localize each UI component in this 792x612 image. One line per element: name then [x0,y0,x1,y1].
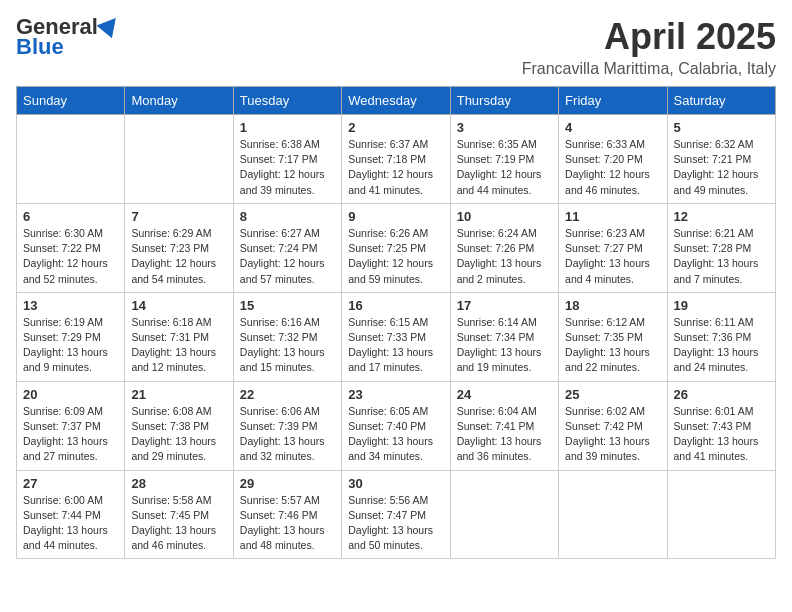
logo: General Blue [16,16,120,60]
day-detail: Sunrise: 6:24 AMSunset: 7:26 PMDaylight:… [457,226,552,287]
day-number: 30 [348,476,443,491]
calendar-cell: 29Sunrise: 5:57 AMSunset: 7:46 PMDayligh… [233,470,341,559]
calendar-cell: 22Sunrise: 6:06 AMSunset: 7:39 PMDayligh… [233,381,341,470]
day-detail: Sunrise: 6:00 AMSunset: 7:44 PMDaylight:… [23,493,118,554]
column-header-monday: Monday [125,87,233,115]
day-number: 16 [348,298,443,313]
day-detail: Sunrise: 6:30 AMSunset: 7:22 PMDaylight:… [23,226,118,287]
day-detail: Sunrise: 6:12 AMSunset: 7:35 PMDaylight:… [565,315,660,376]
calendar-table: SundayMondayTuesdayWednesdayThursdayFrid… [16,86,776,559]
day-detail: Sunrise: 5:58 AMSunset: 7:45 PMDaylight:… [131,493,226,554]
day-number: 4 [565,120,660,135]
calendar-cell: 15Sunrise: 6:16 AMSunset: 7:32 PMDayligh… [233,292,341,381]
title-block: April 2025 Francavilla Marittima, Calabr… [522,16,776,78]
day-number: 20 [23,387,118,402]
calendar-cell: 21Sunrise: 6:08 AMSunset: 7:38 PMDayligh… [125,381,233,470]
day-detail: Sunrise: 6:32 AMSunset: 7:21 PMDaylight:… [674,137,769,198]
day-detail: Sunrise: 5:56 AMSunset: 7:47 PMDaylight:… [348,493,443,554]
day-detail: Sunrise: 6:01 AMSunset: 7:43 PMDaylight:… [674,404,769,465]
day-detail: Sunrise: 6:16 AMSunset: 7:32 PMDaylight:… [240,315,335,376]
day-number: 22 [240,387,335,402]
calendar-cell: 12Sunrise: 6:21 AMSunset: 7:28 PMDayligh… [667,203,775,292]
day-number: 14 [131,298,226,313]
calendar-cell: 24Sunrise: 6:04 AMSunset: 7:41 PMDayligh… [450,381,558,470]
day-detail: Sunrise: 6:18 AMSunset: 7:31 PMDaylight:… [131,315,226,376]
calendar-cell: 11Sunrise: 6:23 AMSunset: 7:27 PMDayligh… [559,203,667,292]
column-header-wednesday: Wednesday [342,87,450,115]
day-detail: Sunrise: 6:19 AMSunset: 7:29 PMDaylight:… [23,315,118,376]
logo-icon [96,12,123,39]
column-header-saturday: Saturday [667,87,775,115]
day-number: 1 [240,120,335,135]
location-title: Francavilla Marittima, Calabria, Italy [522,60,776,78]
day-number: 7 [131,209,226,224]
day-number: 28 [131,476,226,491]
day-number: 9 [348,209,443,224]
calendar-cell: 10Sunrise: 6:24 AMSunset: 7:26 PMDayligh… [450,203,558,292]
calendar-cell: 2Sunrise: 6:37 AMSunset: 7:18 PMDaylight… [342,115,450,204]
week-row-3: 13Sunrise: 6:19 AMSunset: 7:29 PMDayligh… [17,292,776,381]
calendar-cell: 1Sunrise: 6:38 AMSunset: 7:17 PMDaylight… [233,115,341,204]
calendar-cell: 14Sunrise: 6:18 AMSunset: 7:31 PMDayligh… [125,292,233,381]
calendar-cell: 4Sunrise: 6:33 AMSunset: 7:20 PMDaylight… [559,115,667,204]
column-header-friday: Friday [559,87,667,115]
day-number: 23 [348,387,443,402]
calendar-cell: 19Sunrise: 6:11 AMSunset: 7:36 PMDayligh… [667,292,775,381]
day-number: 13 [23,298,118,313]
month-title: April 2025 [522,16,776,58]
day-detail: Sunrise: 6:38 AMSunset: 7:17 PMDaylight:… [240,137,335,198]
week-row-1: 1Sunrise: 6:38 AMSunset: 7:17 PMDaylight… [17,115,776,204]
day-number: 24 [457,387,552,402]
calendar-header-row: SundayMondayTuesdayWednesdayThursdayFrid… [17,87,776,115]
week-row-2: 6Sunrise: 6:30 AMSunset: 7:22 PMDaylight… [17,203,776,292]
calendar-cell: 30Sunrise: 5:56 AMSunset: 7:47 PMDayligh… [342,470,450,559]
week-row-5: 27Sunrise: 6:00 AMSunset: 7:44 PMDayligh… [17,470,776,559]
day-detail: Sunrise: 6:08 AMSunset: 7:38 PMDaylight:… [131,404,226,465]
calendar-cell: 20Sunrise: 6:09 AMSunset: 7:37 PMDayligh… [17,381,125,470]
day-number: 25 [565,387,660,402]
day-number: 12 [674,209,769,224]
column-header-sunday: Sunday [17,87,125,115]
calendar-cell: 26Sunrise: 6:01 AMSunset: 7:43 PMDayligh… [667,381,775,470]
day-number: 29 [240,476,335,491]
day-number: 11 [565,209,660,224]
calendar-cell [450,470,558,559]
day-detail: Sunrise: 6:37 AMSunset: 7:18 PMDaylight:… [348,137,443,198]
day-number: 10 [457,209,552,224]
day-detail: Sunrise: 6:15 AMSunset: 7:33 PMDaylight:… [348,315,443,376]
day-number: 2 [348,120,443,135]
day-number: 19 [674,298,769,313]
calendar-cell: 8Sunrise: 6:27 AMSunset: 7:24 PMDaylight… [233,203,341,292]
day-number: 15 [240,298,335,313]
day-detail: Sunrise: 6:14 AMSunset: 7:34 PMDaylight:… [457,315,552,376]
day-detail: Sunrise: 6:29 AMSunset: 7:23 PMDaylight:… [131,226,226,287]
day-detail: Sunrise: 6:23 AMSunset: 7:27 PMDaylight:… [565,226,660,287]
day-number: 21 [131,387,226,402]
day-number: 17 [457,298,552,313]
day-detail: Sunrise: 6:35 AMSunset: 7:19 PMDaylight:… [457,137,552,198]
column-header-thursday: Thursday [450,87,558,115]
calendar-cell: 23Sunrise: 6:05 AMSunset: 7:40 PMDayligh… [342,381,450,470]
calendar-cell: 7Sunrise: 6:29 AMSunset: 7:23 PMDaylight… [125,203,233,292]
day-number: 8 [240,209,335,224]
day-detail: Sunrise: 6:09 AMSunset: 7:37 PMDaylight:… [23,404,118,465]
day-detail: Sunrise: 6:06 AMSunset: 7:39 PMDaylight:… [240,404,335,465]
column-header-tuesday: Tuesday [233,87,341,115]
calendar-cell [559,470,667,559]
calendar-cell: 5Sunrise: 6:32 AMSunset: 7:21 PMDaylight… [667,115,775,204]
day-number: 18 [565,298,660,313]
day-detail: Sunrise: 6:02 AMSunset: 7:42 PMDaylight:… [565,404,660,465]
day-detail: Sunrise: 6:26 AMSunset: 7:25 PMDaylight:… [348,226,443,287]
day-number: 5 [674,120,769,135]
calendar-cell: 16Sunrise: 6:15 AMSunset: 7:33 PMDayligh… [342,292,450,381]
calendar-cell [17,115,125,204]
day-detail: Sunrise: 5:57 AMSunset: 7:46 PMDaylight:… [240,493,335,554]
calendar-cell: 27Sunrise: 6:00 AMSunset: 7:44 PMDayligh… [17,470,125,559]
week-row-4: 20Sunrise: 6:09 AMSunset: 7:37 PMDayligh… [17,381,776,470]
logo-blue-text: Blue [16,34,64,60]
calendar-cell: 9Sunrise: 6:26 AMSunset: 7:25 PMDaylight… [342,203,450,292]
day-number: 27 [23,476,118,491]
day-number: 6 [23,209,118,224]
day-number: 26 [674,387,769,402]
day-detail: Sunrise: 6:21 AMSunset: 7:28 PMDaylight:… [674,226,769,287]
